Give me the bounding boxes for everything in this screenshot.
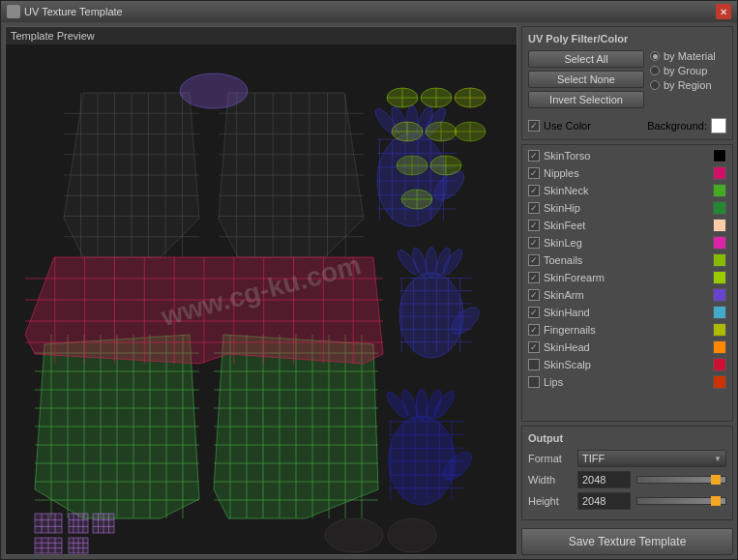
material-name: SkinScalp (544, 359, 709, 370)
material-checkbox[interactable] (528, 324, 540, 336)
material-checkbox[interactable] (528, 307, 540, 318)
save-texture-button[interactable]: Save Texture Template (521, 528, 733, 555)
material-name: Fingernails (544, 324, 709, 336)
radio-by-group[interactable]: by Group (650, 65, 716, 76)
material-checkbox[interactable] (528, 254, 540, 266)
format-row: Format TIFF ▼ (528, 450, 726, 467)
material-name: Lips (544, 376, 709, 388)
main-content: Template Preview www.cg-ku.com UV Poly F… (1, 22, 737, 559)
filter-section: UV Poly Filter/Color Select All Select N… (521, 26, 733, 140)
window-title: UV Texture Template (24, 6, 123, 17)
radio-by-region[interactable]: by Region (650, 79, 716, 91)
radio-by-group-label: by Group (664, 65, 707, 76)
main-window: UV Texture Template ✕ Template Preview w… (0, 0, 738, 560)
radio-by-material[interactable]: by Material (650, 50, 716, 62)
background-container: Background: (647, 118, 726, 133)
material-color-swatch[interactable] (713, 253, 726, 267)
material-checkbox[interactable] (528, 237, 540, 249)
material-checkbox[interactable] (528, 272, 540, 283)
material-item[interactable]: SkinFeet (524, 217, 730, 234)
radio-by-material-label: by Material (664, 50, 716, 62)
height-slider-handle (711, 496, 721, 506)
material-color-swatch[interactable] (713, 271, 726, 284)
dropdown-arrow: ▼ (714, 455, 722, 463)
background-color-swatch[interactable] (711, 118, 726, 133)
material-color-swatch[interactable] (713, 323, 726, 337)
filter-buttons: Select All Select None Invert Selection (528, 50, 644, 108)
invert-selection-button[interactable]: Invert Selection (528, 91, 644, 108)
filter-title: UV Poly Filter/Color (528, 33, 726, 44)
material-name: SkinNeck (544, 185, 709, 196)
material-name: SkinArm (544, 289, 709, 301)
height-input[interactable] (577, 492, 631, 510)
width-slider-handle (711, 475, 721, 485)
material-checkbox[interactable] (528, 167, 540, 179)
material-color-swatch[interactable] (713, 219, 726, 232)
material-item[interactable]: SkinForearm (524, 269, 730, 286)
height-slider[interactable] (636, 497, 726, 505)
material-checkbox[interactable] (528, 220, 540, 231)
material-color-swatch[interactable] (713, 149, 726, 162)
radio-by-region-circle (650, 80, 660, 90)
use-color-checkbox[interactable] (528, 120, 540, 132)
material-name: SkinLeg (544, 237, 709, 249)
material-name: Nipples (544, 167, 709, 179)
select-all-button[interactable]: Select All (528, 50, 644, 68)
material-color-swatch[interactable] (713, 201, 726, 215)
format-label: Format (528, 453, 572, 464)
material-name: Toenails (544, 254, 709, 266)
material-name: SkinHip (544, 202, 709, 214)
use-color-label: Use Color (544, 120, 591, 132)
background-label: Background: (647, 120, 707, 132)
material-checkbox[interactable] (528, 202, 540, 214)
material-name: SkinForearm (544, 272, 709, 283)
material-color-swatch[interactable] (713, 236, 726, 250)
material-color-swatch[interactable] (713, 184, 726, 197)
material-item[interactable]: SkinHand (524, 304, 730, 321)
preview-panel: Template Preview www.cg-ku.com (5, 26, 517, 555)
width-row: Width (528, 471, 726, 488)
material-color-swatch[interactable] (713, 306, 726, 319)
material-name: SkinTorso (544, 150, 709, 162)
material-checkbox[interactable] (528, 341, 540, 353)
output-title: Output (528, 432, 726, 444)
select-none-button[interactable]: Select None (528, 71, 644, 88)
material-checkbox[interactable] (528, 289, 540, 301)
materials-list[interactable]: SkinTorsoNipplesSkinNeckSkinHipSkinFeetS… (522, 145, 732, 421)
material-item[interactable]: Toenails (524, 251, 730, 269)
material-name: SkinHand (544, 307, 709, 318)
height-label: Height (528, 495, 572, 507)
material-checkbox[interactable] (528, 185, 540, 196)
width-input[interactable] (577, 471, 631, 488)
material-item[interactable]: SkinHip (524, 199, 730, 217)
material-item[interactable]: Lips (524, 373, 730, 391)
format-dropdown[interactable]: TIFF ▼ (577, 450, 726, 467)
material-item[interactable]: SkinLeg (524, 234, 730, 251)
use-color-container: Use Color (528, 120, 591, 132)
radio-by-region-label: by Region (664, 79, 712, 91)
width-slider[interactable] (636, 476, 726, 484)
material-name: SkinFeet (544, 220, 709, 231)
material-item[interactable]: SkinNeck (524, 182, 730, 199)
material-checkbox[interactable] (528, 376, 540, 388)
material-item[interactable]: Fingernails (524, 321, 730, 339)
material-item[interactable]: SkinTorso (524, 147, 730, 164)
material-color-swatch[interactable] (713, 340, 726, 354)
close-button[interactable]: ✕ (716, 4, 731, 19)
material-color-swatch[interactable] (713, 375, 726, 389)
height-row: Height (528, 492, 726, 510)
material-color-swatch[interactable] (713, 166, 726, 180)
filter-radio-group: by Material by Group by Region (650, 50, 716, 108)
use-color-bg-row: Use Color Background: (528, 114, 726, 133)
material-name: SkinHead (544, 341, 709, 353)
material-item[interactable]: SkinHead (524, 339, 730, 356)
material-item[interactable]: SkinScalp (524, 356, 730, 373)
material-color-swatch[interactable] (713, 358, 726, 371)
right-panel: UV Poly Filter/Color Select All Select N… (521, 22, 737, 559)
material-item[interactable]: Nipples (524, 164, 730, 182)
material-checkbox[interactable] (528, 359, 540, 370)
output-section: Output Format TIFF ▼ Width Height (521, 426, 733, 520)
material-item[interactable]: SkinArm (524, 286, 730, 304)
material-checkbox[interactable] (528, 150, 540, 162)
material-color-swatch[interactable] (713, 288, 726, 302)
